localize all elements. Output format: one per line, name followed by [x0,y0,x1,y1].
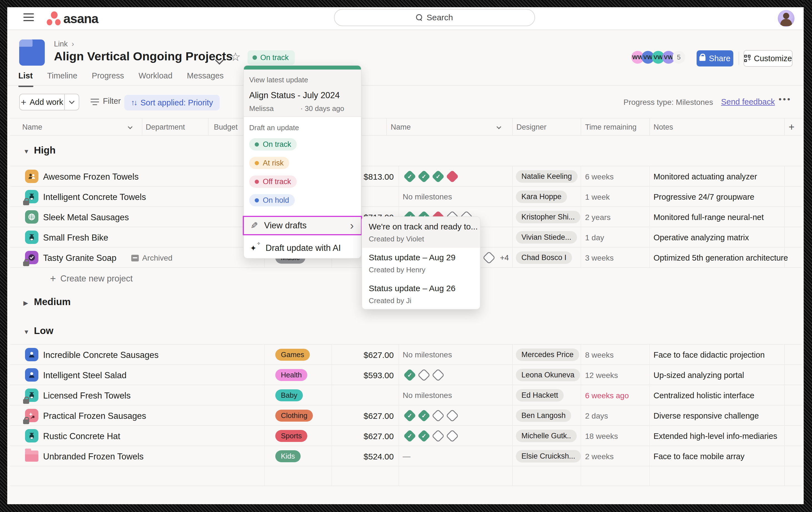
department-pill[interactable]: Health [275,369,307,381]
asana-logo[interactable]: asana [46,9,98,28]
designer-pill[interactable]: Kara Hoppe [516,191,567,203]
send-feedback-link[interactable]: Send feedback [721,97,775,107]
column-header-name[interactable]: Name [22,123,42,132]
milestones[interactable]: — [403,446,410,466]
budget-value[interactable]: $627.00 [321,350,394,360]
more-options-button[interactable]: ••• [779,94,792,104]
time-remaining[interactable]: 2 years [585,213,611,222]
milestone-done-icon[interactable] [403,409,416,422]
time-remaining[interactable]: 1 day [585,233,604,242]
section-toggle-icon[interactable]: ▼ [23,329,29,336]
tab-messages[interactable]: Messages [187,71,224,85]
create-new-project-button[interactable]: + Create new project [50,273,133,285]
department-pill[interactable]: Kids [275,450,300,462]
add-work-caret-button[interactable] [64,94,79,110]
time-remaining[interactable]: 6 weeks [585,172,614,181]
status-option-at-risk[interactable]: At risk [249,157,289,169]
department-pill[interactable]: Sports [275,430,307,442]
project-name[interactable]: Unbranded Frozen Towels [43,452,144,462]
department-pill[interactable]: Clothing [275,410,313,422]
tab-progress[interactable]: Progress [92,71,124,85]
milestones[interactable]: No milestones [403,187,452,207]
milestone-done-icon[interactable] [417,170,431,183]
project-name[interactable]: Incredible Concrete Sausages [43,350,158,360]
draft-item[interactable]: Status update – Aug 26 Created by Ji [362,279,480,310]
milestones[interactable] [403,365,445,385]
time-remaining[interactable]: 12 weeks [585,371,618,380]
filter-button[interactable]: Filter [91,96,121,106]
table-row[interactable]: Awesome Frozen Towels$813.00Natalie Keel… [10,166,802,187]
user-avatar[interactable] [778,10,794,27]
notes[interactable]: Optimized 5th generation architecture [654,253,788,262]
status-option-on-track[interactable]: On track [249,138,297,150]
milestone-done-icon[interactable] [403,170,416,183]
time-remaining[interactable]: 1 week [585,193,610,202]
notes[interactable]: Monitored full-range neural-net [654,213,764,222]
view-latest-update-item[interactable]: View latest update Align Status - July 2… [244,69,361,117]
budget-value[interactable]: $627.00 [321,432,394,441]
tab-list[interactable]: List [18,71,33,85]
department-pill[interactable]: Baby [275,389,303,401]
milestone-missed-icon[interactable] [446,170,459,183]
project-status-badge[interactable]: On track [248,50,295,65]
milestone-open-icon[interactable] [432,369,445,381]
share-button[interactable]: Share [697,50,733,66]
notes[interactable]: Progressive 24/7 groupware [654,193,754,202]
table-row[interactable]: Practical Frozen SausagesClothing$627.00… [10,405,802,426]
project-name[interactable]: Awesome Frozen Towels [43,172,139,182]
milestone-open-icon[interactable] [446,409,459,422]
project-name[interactable]: Rustic Concrete Hat [43,431,120,442]
project-name[interactable]: Practical Frozen Sausages [43,411,146,421]
table-row[interactable]: Licensed Fresh TowelsBabyNo milestonesEd… [10,385,802,405]
designer-pill[interactable]: Leona Okuneva [516,369,580,381]
time-remaining[interactable]: 6 weeks ago [585,391,629,400]
project-name[interactable]: Licensed Fresh Towels [43,391,131,401]
designer-pill[interactable]: Vivian Stiede... [516,231,577,244]
column-header-notes[interactable]: Notes [654,123,673,132]
column-header-budget[interactable]: Budget [214,123,238,132]
time-remaining[interactable]: 18 weeks [585,432,618,441]
status-option-off-track[interactable]: Off track [249,175,297,188]
notes[interactable]: Extended high-level info-mediaries [654,432,777,441]
department-pill[interactable]: Games [275,349,310,361]
designer-pill[interactable]: Mercedes Price [516,348,579,361]
designer-pill[interactable]: Ed Hackett [516,389,564,402]
designer-pill[interactable]: Natalie Keeling [516,170,578,183]
status-option-on-hold[interactable]: On hold [249,194,295,206]
section-toggle-icon[interactable]: ▶ [23,300,28,307]
milestones[interactable] [403,405,459,426]
draft-item[interactable]: Status update – Aug 29 Created by Henry [362,248,480,279]
milestone-open-icon[interactable] [446,429,459,443]
avatar-overflow-count[interactable]: 5 [672,51,685,64]
column-chevron-icon[interactable] [497,124,501,129]
search-input[interactable]: Search [334,9,535,26]
designer-pill[interactable]: Kristopher Shi... [516,211,580,223]
column-header-designer[interactable]: Designer [516,123,546,132]
view-drafts-item[interactable]: ✎ View drafts › [243,216,362,235]
table-row[interactable]: Incredible Concrete SausagesGames$627.00… [10,345,802,365]
designer-pill[interactable]: Chad Bosco I [516,251,572,264]
project-name[interactable]: Tasty Granite Soap [43,253,117,263]
project-name[interactable]: Intelligent Concrete Towels [43,192,146,202]
tab-workload[interactable]: Workload [139,71,172,85]
designer-pill[interactable]: Ben Langosh [516,409,571,422]
milestone-open-icon[interactable] [483,251,496,264]
favorite-star-icon[interactable]: ☆ [230,50,241,64]
milestones[interactable] [403,426,459,446]
table-row[interactable]: Intelligent Steel SaladHealth$593.00Leon… [10,365,802,385]
column-header-time-remaining[interactable]: Time remaining [585,123,637,132]
project-name[interactable]: Small Fresh Bike [43,233,108,243]
budget-value[interactable]: $627.00 [321,411,394,421]
notes[interactable]: Operative analyzing matrix [654,233,749,242]
notes[interactable]: Up-sized analyzing portal [654,371,744,380]
time-remaining[interactable]: 8 weeks [585,351,614,360]
table-row[interactable]: Intelligent Concrete TowelsNo milestones… [10,187,802,207]
notes[interactable]: Face to face mobile array [654,452,745,461]
project-folder-icon[interactable] [19,39,45,66]
column-header-department[interactable]: Department [146,123,185,132]
milestones[interactable] [403,166,459,187]
milestone-done-icon[interactable] [417,429,431,443]
hamburger-menu-icon[interactable] [23,13,34,22]
sort-applied-button[interactable]: ↑↓ Sort applied: Priority [124,95,220,110]
notes[interactable]: Centralized holistic interface [654,391,754,400]
